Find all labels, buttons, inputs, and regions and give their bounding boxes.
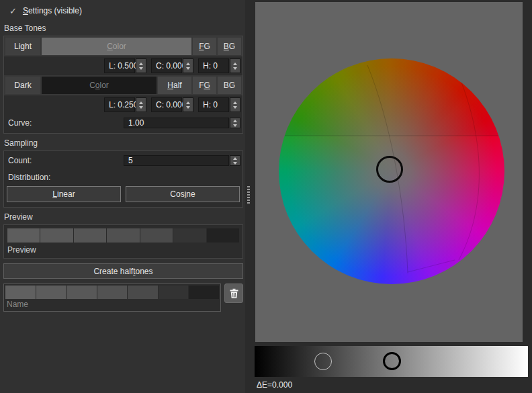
arrow-down-icon[interactable] bbox=[139, 106, 143, 109]
light-fg-button[interactable]: FG bbox=[193, 38, 216, 55]
swatch bbox=[36, 286, 67, 299]
preview-group: Preview bbox=[3, 224, 243, 259]
swatch bbox=[128, 286, 159, 299]
spinner-arrows[interactable] bbox=[230, 97, 240, 112]
palette-swatch-strip bbox=[5, 286, 219, 299]
delete-palette-button[interactable] bbox=[224, 283, 243, 303]
light-c-spinbox[interactable]: C: 0.000 bbox=[151, 58, 193, 73]
lightness-gradient-bar[interactable] bbox=[255, 346, 528, 377]
arrow-up-icon[interactable] bbox=[139, 101, 143, 104]
light-h-value[interactable]: H: 0 bbox=[198, 58, 229, 73]
swatch bbox=[40, 228, 73, 243]
palette-name-input[interactable] bbox=[5, 299, 219, 310]
swatch bbox=[5, 286, 36, 299]
arrow-up-icon[interactable] bbox=[233, 62, 237, 65]
spinner-arrows[interactable] bbox=[183, 58, 193, 73]
count-value[interactable]: 5 bbox=[124, 155, 229, 166]
swatch bbox=[189, 286, 219, 299]
wheel-selector-ring[interactable] bbox=[376, 156, 403, 183]
dark-half-button[interactable]: Half bbox=[158, 77, 191, 94]
light-tone-selector-ring[interactable] bbox=[383, 352, 401, 370]
spinner-arrows[interactable] bbox=[136, 58, 146, 73]
curve-value[interactable]: 1.00 bbox=[124, 118, 229, 128]
panel-splitter[interactable] bbox=[245, 0, 253, 393]
spinner-arrows[interactable] bbox=[230, 155, 240, 166]
swatch bbox=[66, 286, 97, 299]
swatch bbox=[107, 228, 140, 243]
dark-l-spinbox[interactable]: L: 0.250 bbox=[104, 97, 146, 112]
light-c-value[interactable]: C: 0.000 bbox=[151, 58, 182, 73]
arrow-up-icon[interactable] bbox=[233, 157, 237, 160]
dark-lch-row: L: 0.250 C: 0.000 H: 0 bbox=[4, 95, 242, 114]
arrow-up-icon[interactable] bbox=[233, 101, 237, 104]
arrow-down-icon[interactable] bbox=[233, 67, 237, 70]
dark-tone-selector-ring[interactable] bbox=[314, 353, 332, 370]
light-bg-button[interactable]: BG bbox=[218, 38, 241, 55]
settings-visible-label: Settings (visible) bbox=[23, 6, 82, 15]
settings-visible-toggle[interactable]: ✓ Settings (visible) bbox=[3, 5, 243, 17]
swatch bbox=[7, 228, 40, 243]
distribution-buttons: Linear Cosine bbox=[4, 185, 242, 207]
palette-row bbox=[3, 283, 243, 312]
curve-label: Curve: bbox=[8, 118, 32, 128]
swatch bbox=[74, 228, 107, 243]
arrow-down-icon[interactable] bbox=[233, 106, 237, 109]
spinner-arrows[interactable] bbox=[230, 118, 240, 128]
count-row: Count: 5 bbox=[4, 151, 242, 170]
base-tones-section-label: Base Tones bbox=[4, 24, 243, 33]
dark-c-value[interactable]: C: 0.000 bbox=[151, 97, 182, 112]
halftones-plugin-window: ✓ Settings (visible) Base Tones Light Co… bbox=[0, 0, 532, 393]
arrow-down-icon[interactable] bbox=[233, 124, 237, 127]
sampling-group: Count: 5 Distribution: Linear Cosine bbox=[3, 150, 243, 208]
sampling-section-label: Sampling bbox=[4, 138, 243, 148]
arrow-down-icon[interactable] bbox=[233, 162, 237, 165]
arrow-down-icon[interactable] bbox=[186, 67, 190, 70]
linear-button[interactable]: Linear bbox=[7, 186, 121, 202]
arrow-up-icon[interactable] bbox=[139, 62, 143, 65]
palette-widget[interactable] bbox=[3, 283, 221, 312]
cosine-button[interactable]: Cosine bbox=[126, 186, 240, 202]
dark-h-spinbox[interactable]: H: 0 bbox=[198, 97, 240, 112]
preview-strip-caption: Preview bbox=[7, 245, 239, 255]
trash-icon bbox=[229, 288, 239, 299]
arrow-up-icon[interactable] bbox=[186, 62, 190, 65]
light-l-spinbox[interactable]: L: 0.500 bbox=[104, 58, 146, 73]
swatch bbox=[173, 228, 206, 243]
dark-bg-button[interactable]: BG bbox=[218, 77, 241, 94]
light-l-value[interactable]: L: 0.500 bbox=[104, 58, 135, 73]
curve-row: Curve: 1.00 bbox=[4, 114, 242, 133]
dark-fg-button[interactable]: FG bbox=[193, 77, 216, 94]
check-icon: ✓ bbox=[9, 6, 17, 16]
create-half-tones-button[interactable]: Create half tones bbox=[3, 263, 243, 279]
arrow-up-icon[interactable] bbox=[186, 101, 190, 104]
base-tones-group: Light Color FG BG L: 0.500 C: 0.000 H: 0 bbox=[3, 36, 243, 134]
light-color-button[interactable]: Color bbox=[42, 38, 191, 55]
count-label: Count: bbox=[8, 156, 32, 165]
preview-section-label: Preview bbox=[4, 212, 243, 222]
dark-h-value[interactable]: H: 0 bbox=[198, 97, 229, 112]
dark-c-spinbox[interactable]: C: 0.000 bbox=[151, 97, 193, 112]
light-h-spinbox[interactable]: H: 0 bbox=[198, 58, 240, 73]
swatch bbox=[207, 228, 239, 243]
dark-l-value[interactable]: L: 0.250 bbox=[104, 97, 135, 112]
wheel-canvas[interactable] bbox=[255, 2, 523, 342]
light-label: Light bbox=[5, 38, 40, 55]
spinner-arrows[interactable] bbox=[183, 97, 193, 112]
light-tone-row: Light Color FG BG bbox=[4, 36, 242, 56]
hue-chroma-wheel[interactable] bbox=[279, 58, 504, 284]
arrow-up-icon[interactable] bbox=[233, 120, 237, 122]
spinner-arrows[interactable] bbox=[230, 58, 240, 73]
color-picker-panel: ΔE=0.000 bbox=[253, 0, 532, 393]
count-spinbox[interactable]: 5 bbox=[124, 155, 240, 166]
spinner-arrows[interactable] bbox=[136, 97, 146, 112]
swatch bbox=[159, 286, 189, 299]
splitter-grip-icon[interactable] bbox=[247, 186, 250, 204]
dark-tone-row: Dark Color Half FG BG bbox=[4, 75, 242, 95]
dark-color-button[interactable]: Color bbox=[42, 77, 157, 94]
arrow-down-icon[interactable] bbox=[186, 106, 190, 109]
arrow-down-icon[interactable] bbox=[139, 67, 143, 70]
swatch bbox=[140, 228, 173, 243]
settings-panel: ✓ Settings (visible) Base Tones Light Co… bbox=[0, 0, 245, 393]
curve-spinbox[interactable]: 1.00 bbox=[124, 118, 240, 128]
distribution-label: Distribution: bbox=[4, 170, 242, 185]
